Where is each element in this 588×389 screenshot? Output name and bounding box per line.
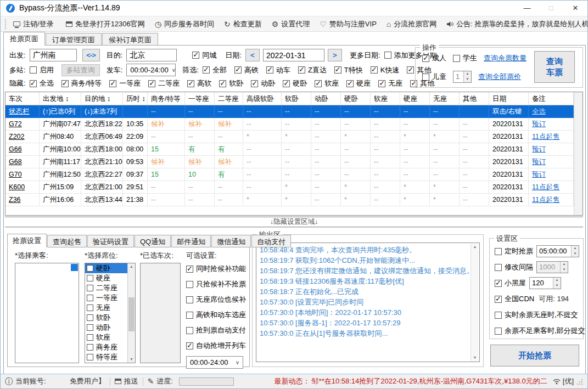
column-header[interactable]: 历时 ↕	[123, 92, 148, 105]
passenger-listbox[interactable]	[15, 263, 79, 363]
query-tickets-button[interactable]: 查询 车票	[534, 51, 575, 83]
action-link[interactable]: 预订	[529, 156, 574, 168]
date-input[interactable]	[263, 49, 324, 61]
train-number-link[interactable]: 状态栏	[5, 105, 40, 117]
train-number-link[interactable]: G70	[5, 168, 40, 181]
action-link[interactable]: 预订	[529, 143, 574, 155]
filter-checkbox[interactable]: Z直达	[298, 65, 327, 75]
hide-checkbox[interactable]: 全选	[30, 78, 54, 88]
hide-checkbox[interactable]: 硬座	[346, 78, 371, 88]
menu-item-1[interactable]: 注销/登录	[8, 19, 59, 29]
spinner[interactable]: 120▲▼	[529, 277, 561, 289]
column-header[interactable]: 高级软卧	[243, 92, 282, 105]
start-grabbing-button[interactable]: 开始抢票	[490, 345, 579, 367]
swap-stations-button[interactable]: <->	[82, 49, 100, 61]
seat-option[interactable]: 二等座	[85, 283, 127, 293]
train-number-link[interactable]: G66	[5, 143, 40, 155]
prev-date-button[interactable]: <	[245, 49, 260, 61]
setting-checkbox[interactable]: 定时抢票	[495, 246, 533, 256]
table-row[interactable]: Z36广州16:06北京西13:4421:38------**--*--**--…	[5, 194, 574, 206]
table-row[interactable]: K600广州15:09北京西21:0029:51--------*--*--**…	[5, 181, 574, 194]
scroll-up-icon[interactable]	[471, 244, 479, 250]
multi-station-query-button[interactable]: 多站查询	[61, 64, 100, 76]
same-city-checkbox[interactable]: 同城	[192, 50, 216, 60]
seat-option[interactable]: 硬卧	[85, 263, 127, 273]
student-checkbox[interactable]: 学生	[453, 53, 477, 63]
column-header[interactable]: 软卧	[282, 92, 311, 105]
main-tab-1[interactable]: 抢票页面	[3, 32, 45, 46]
column-header[interactable]: 日期	[489, 92, 529, 105]
column-header[interactable]: 其他	[460, 92, 489, 105]
menu-item-2[interactable]: 免登录打开12306官网	[61, 19, 150, 29]
close-button[interactable]: ✕	[563, 1, 587, 16]
depart-time-select[interactable]: 00:00-24:00 ∨	[126, 64, 176, 76]
hide-checkbox[interactable]: 商务/特等	[61, 78, 102, 88]
maximize-button[interactable]: □	[539, 1, 563, 16]
action-link[interactable]: 11点起售	[529, 194, 574, 206]
menu-item-5[interactable]: ⚙设置代理	[267, 19, 315, 29]
hide-checkbox[interactable]: 无座	[378, 78, 402, 88]
action-link[interactable]: 预订	[529, 118, 574, 130]
adult-checkbox[interactable]: 成人	[422, 53, 446, 63]
spinner-down-icon[interactable]: ▼	[553, 283, 561, 289]
settings-tab-5[interactable]: 邮件通知	[171, 235, 211, 247]
column-header[interactable]: 二等座	[215, 92, 243, 105]
check-all-prices-link[interactable]: 查询全部票价	[478, 72, 521, 82]
minimize-button[interactable]: —	[515, 1, 539, 16]
child-count-stepper[interactable]: 1 ▲▼	[453, 71, 472, 83]
spinner[interactable]: 05:00:00▲▼	[536, 245, 579, 257]
child-checkbox[interactable]: 儿童	[422, 72, 446, 82]
main-tab-3[interactable]: 候补订单页面	[102, 33, 158, 46]
settings-tab-1[interactable]: 抢票设置	[7, 234, 47, 247]
action-link[interactable]: 11点起售	[529, 131, 574, 143]
column-header[interactable]: 一等座	[185, 92, 215, 105]
column-header[interactable]: 备注	[529, 92, 574, 105]
seat-option[interactable]: 商务座	[85, 342, 127, 352]
seat-list-scrollbar[interactable]	[127, 263, 135, 363]
train-number-link[interactable]: G68	[5, 156, 40, 168]
column-header[interactable]: 硬卧	[341, 92, 371, 105]
menu-item-6[interactable]: ♡赞助与注册VIP	[315, 19, 382, 29]
table-row[interactable]: G66广州南10:00北京西18:0008:0015有有------------…	[5, 143, 574, 156]
stepper-arrows[interactable]: ▲▼	[560, 262, 568, 273]
seat-option[interactable]: 一等座	[85, 293, 127, 303]
spinner[interactable]: 1000▲▼	[536, 261, 568, 273]
push-button[interactable]: 推送	[115, 376, 138, 386]
option-checkbox[interactable]: 只抢候补不抢票	[186, 279, 246, 289]
column-header[interactable]: 软座	[371, 92, 400, 105]
stepper-arrows[interactable]: ▲▼	[571, 246, 579, 257]
option-checkbox[interactable]: 高铁和动车选座	[186, 310, 246, 320]
depart-station-input[interactable]	[30, 49, 77, 61]
spinner-up-icon[interactable]: ▲	[553, 278, 561, 283]
hide-checkbox[interactable]: 高软	[187, 78, 211, 88]
seat-option[interactable]: 软座	[85, 332, 127, 342]
scroll-down-icon[interactable]	[128, 356, 135, 363]
table-row[interactable]: G70广州南12:50北京西22:2709:371510有-----------…	[5, 168, 574, 181]
output-log[interactable]: 10:58:48:4 查询完毕，本次查询共用时:435毫秒。10:58:19:7…	[256, 243, 480, 362]
table-row[interactable]: Z202广州08:40北京西06:4922:09------**--*--**-…	[5, 131, 574, 143]
check-remaining-tickets-link[interactable]: 查询余票数量	[484, 53, 527, 63]
seat-option[interactable]: 动卧	[85, 323, 127, 332]
menu-item-8[interactable]: 公告: 抢票靠的是坚持，放弃就是给别人机会!	[441, 19, 588, 29]
seat-option[interactable]: 硬座	[85, 273, 127, 283]
spinner-down-icon[interactable]: ▼	[561, 267, 568, 273]
menu-item-3[interactable]: ◷同步服务器时间	[150, 19, 219, 29]
settings-tab-4[interactable]: QQ通知	[135, 235, 171, 247]
filter-checkbox[interactable]: K快速	[371, 65, 400, 75]
stepper-arrows[interactable]: ▲▼	[463, 71, 471, 82]
hide-checkbox[interactable]: 二等座	[148, 78, 180, 88]
column-header[interactable]: 出发地 ↕	[40, 92, 81, 105]
column-header[interactable]: 无座	[430, 92, 460, 105]
enable-multi-checkbox[interactable]: 启用	[30, 65, 54, 75]
setting-checkbox[interactable]: 修改间隔	[495, 262, 533, 272]
action-link[interactable]: 预订	[529, 168, 574, 181]
option-checkbox[interactable]: 抢到票自动支付	[186, 325, 246, 335]
action-link[interactable]: 全选	[529, 105, 574, 117]
column-header[interactable]: 硬座	[400, 92, 430, 105]
column-header[interactable]: 目的地 ↕	[81, 92, 123, 105]
seat-option[interactable]: 无座	[85, 303, 127, 313]
spinner-up-icon[interactable]: ▲	[572, 246, 579, 251]
settings-tab-3[interactable]: 验证码设置	[87, 235, 134, 247]
table-row[interactable]: G72广州南07:47北京西18:2210:35候补候补候补----------…	[5, 118, 574, 131]
column-header[interactable]: 动卧	[311, 92, 341, 105]
